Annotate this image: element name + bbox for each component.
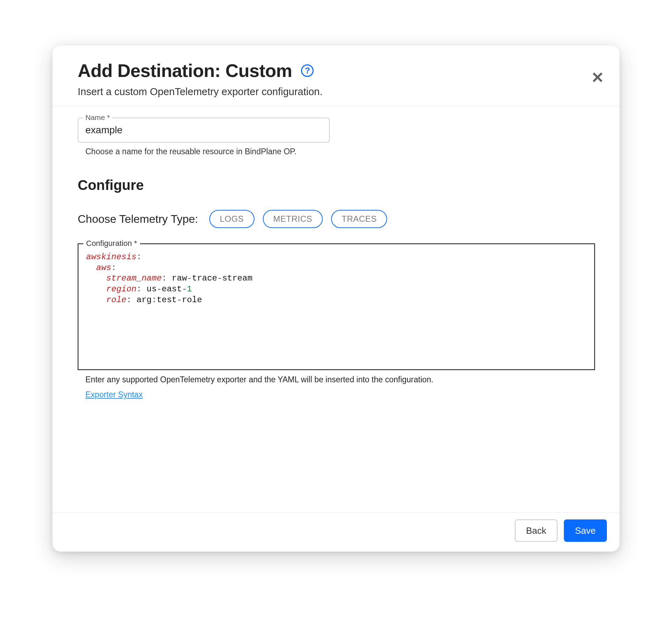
configuration-field-wrap: Configuration * awskinesis: aws: stream_… bbox=[78, 243, 595, 370]
dialog-footer: Back Save bbox=[52, 512, 620, 552]
close-icon[interactable]: ✕ bbox=[591, 70, 604, 85]
help-icon[interactable]: ? bbox=[301, 64, 314, 77]
configuration-helper-text: Enter any supported OpenTelemetry export… bbox=[78, 375, 594, 384]
save-button[interactable]: Save bbox=[564, 519, 607, 542]
chip-logs[interactable]: LOGS bbox=[209, 210, 254, 228]
back-button[interactable]: Back bbox=[515, 519, 558, 542]
configuration-editor[interactable]: awskinesis: aws: stream_name: raw-trace-… bbox=[78, 243, 595, 370]
name-helper-text: Choose a name for the reusable resource … bbox=[78, 147, 594, 156]
name-input[interactable] bbox=[78, 118, 330, 143]
dialog-body: Name * Choose a name for the reusable re… bbox=[52, 106, 620, 512]
chip-metrics[interactable]: METRICS bbox=[263, 210, 323, 228]
configuration-field-label: Configuration * bbox=[83, 239, 140, 248]
add-destination-dialog: Add Destination: Custom ? Insert a custo… bbox=[52, 45, 620, 552]
telemetry-row: Choose Telemetry Type: LOGS METRICS TRAC… bbox=[78, 210, 594, 228]
dialog-title: Add Destination: Custom bbox=[78, 60, 292, 81]
dialog-header: Add Destination: Custom ? Insert a custo… bbox=[52, 45, 620, 106]
dialog-subtitle: Insert a custom OpenTelemetry exporter c… bbox=[78, 86, 594, 98]
exporter-syntax-link[interactable]: Exporter Syntax bbox=[85, 390, 143, 399]
name-field-label: Name * bbox=[83, 113, 112, 122]
telemetry-label: Choose Telemetry Type: bbox=[78, 213, 198, 226]
chip-traces[interactable]: TRACES bbox=[331, 210, 387, 228]
name-field-wrap: Name * bbox=[78, 118, 330, 143]
configure-heading: Configure bbox=[78, 177, 594, 193]
